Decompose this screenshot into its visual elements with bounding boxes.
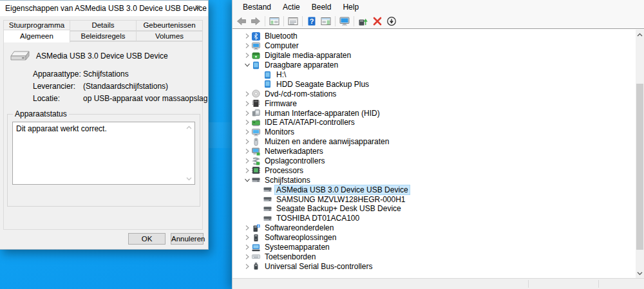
tree-item-human-interface-apparaten-hid[interactable]: Human Interface-apparaten (HID)	[232, 108, 636, 118]
scroll-up-icon[interactable]	[636, 30, 644, 39]
tree-item-ide-ata-atapi-controllers[interactable]: IDE ATA/ATAPI-controllers	[232, 118, 636, 127]
tree-item-h[interactable]: H:\	[232, 70, 636, 80]
chevron-right-icon[interactable]	[242, 99, 252, 107]
tree-item-label[interactable]: Firmware	[263, 99, 298, 108]
chevron-right-icon[interactable]	[242, 118, 252, 127]
chevron-right-icon[interactable]	[242, 224, 252, 232]
tree-item-label[interactable]: Dvd-/cd-rom-stations	[263, 89, 337, 98]
menu-actie[interactable]: Actie	[277, 1, 306, 14]
tree-item-label[interactable]: Opslagcontrollers	[263, 156, 326, 165]
tree-item-label[interactable]: Toetsenborden	[263, 252, 317, 261]
scroll-up-icon[interactable]	[184, 124, 193, 131]
annuleren-button[interactable]: Annuleren	[171, 233, 204, 245]
menu-beeld[interactable]: Beeld	[306, 1, 337, 14]
tree-item-hdd-seagate-backup-plus[interactable]: HDD Seagate Backup Plus	[232, 79, 636, 89]
tree-item-label-selected[interactable]: ASMedia USB 3.0 Device USB Device	[275, 185, 410, 194]
tree-item-label[interactable]: Digitale media-apparaten	[263, 51, 352, 60]
chevron-right-icon[interactable]	[242, 109, 252, 117]
chevron-down-icon[interactable]	[242, 176, 252, 184]
tree-item-label[interactable]: Schijfstations	[263, 176, 312, 185]
tree-item-schijfstations[interactable]: Schijfstations	[232, 175, 636, 185]
tree-item-label[interactable]: Universal Serial Bus-controllers	[263, 262, 374, 271]
tree-item-label[interactable]: Netwerkadapters	[263, 147, 325, 156]
tree-item-label[interactable]: IDE ATA/ATAPI-controllers	[263, 118, 356, 127]
tree-item-label[interactable]: Bluetooth	[263, 32, 299, 41]
tree-item-monitors[interactable]: Monitors	[232, 127, 636, 137]
tree-item-seagate-backup-desk-usb-device[interactable]: Seagate Backup+ Desk USB Device	[232, 204, 636, 214]
tree-scrollbar[interactable]	[636, 30, 644, 278]
tree-item-processors[interactable]: Processors	[232, 165, 636, 175]
tree-item-label[interactable]: Softwareonderdelen	[263, 223, 335, 232]
action-pane-icon[interactable]	[319, 15, 333, 28]
tree-item-systeemapparaten[interactable]: Systeemapparaten	[232, 243, 636, 252]
tree-item-label[interactable]: Monitors	[263, 127, 296, 136]
tree-item-digitale-media-apparaten[interactable]: Digitale media-apparaten	[232, 51, 636, 61]
tree-item-toshiba-dt01aca100[interactable]: TOSHIBA DT01ACA100	[232, 214, 636, 223]
menu-bestand[interactable]: Bestand	[237, 1, 277, 14]
chevron-right-icon[interactable]	[242, 252, 252, 261]
tree-item-label[interactable]: Systeemapparaten	[263, 243, 331, 252]
tree-item-netwerkadapters[interactable]: Netwerkadapters	[232, 147, 636, 156]
chevron-right-icon[interactable]	[242, 51, 252, 60]
tree-item-dvd-cd-rom-stations[interactable]: Dvd-/cd-rom-stations	[232, 89, 636, 98]
chevron-right-icon[interactable]	[242, 262, 252, 270]
chevron-right-icon[interactable]	[242, 166, 252, 174]
chevron-right-icon[interactable]	[242, 147, 252, 156]
scan-hardware-changes-icon[interactable]	[337, 15, 352, 28]
tree-item-samsung-mzvlw128hegr-000h1[interactable]: SAMSUNG MZVLW128HEGR-000H1	[232, 194, 636, 204]
tab-details[interactable]: Details	[70, 20, 137, 31]
show-console-tree-icon[interactable]	[267, 15, 281, 28]
chevron-right-icon[interactable]	[242, 157, 252, 165]
chevron-right-icon[interactable]	[242, 243, 252, 252]
tree-item-label[interactable]: Processors	[263, 166, 305, 175]
tree-item-bluetooth[interactable]: Bluetooth	[232, 32, 636, 41]
tree-item-label[interactable]: Computer	[263, 41, 300, 50]
tree-item-computer[interactable]: Computer	[232, 41, 636, 51]
tree-item-label[interactable]: Muizen en andere aanwijsapparaten	[263, 137, 390, 146]
disable-device-icon[interactable]	[384, 15, 399, 28]
tree-item-asmedia-usb-3-0-device-usb-device[interactable]: ASMedia USB 3.0 Device USB Device	[232, 185, 636, 194]
chevron-right-icon[interactable]	[242, 234, 252, 242]
tab-gebeurtenissen[interactable]: Gebeurtenissen	[136, 20, 203, 31]
tree-item-toetsenborden[interactable]: Toetsenborden	[232, 252, 636, 261]
tree-item-universal-serial-bus-controllers[interactable]: Universal Serial Bus-controllers	[232, 261, 636, 271]
tree-item-softwareoplossingen[interactable]: Softwareoplossingen	[232, 233, 636, 243]
tree-item-muizen-en-andere-aanwijsapparaten[interactable]: Muizen en andere aanwijsapparaten	[232, 137, 636, 147]
chevron-right-icon[interactable]	[242, 138, 252, 146]
tree-item-softwareonderdelen[interactable]: Softwareonderdelen	[232, 223, 636, 233]
properties-icon[interactable]	[286, 15, 300, 28]
forward-icon[interactable]	[249, 15, 263, 28]
ok-button[interactable]: OK	[128, 233, 166, 245]
chevron-right-icon[interactable]	[242, 128, 252, 136]
scroll-down-icon[interactable]	[184, 175, 193, 183]
tab-algemeen[interactable]: Algemeen	[3, 30, 70, 42]
menu-help[interactable]: Help	[337, 1, 365, 14]
chevron-right-icon[interactable]	[242, 89, 252, 98]
uninstall-device-icon[interactable]	[370, 15, 384, 28]
tree-item-opslagcontrollers[interactable]: Opslagcontrollers	[232, 156, 636, 166]
scrollbar-thumb[interactable]	[636, 84, 643, 250]
tab-beleidsregels[interactable]: Beleidsregels	[70, 31, 137, 41]
disk-icon	[263, 214, 272, 223]
tree-item-draagbare-apparaten[interactable]: Draagbare apparaten	[232, 61, 636, 70]
dialog-title: Eigenschappen van ASMedia USB 3.0 Device…	[5, 4, 207, 13]
tab-volumes[interactable]: Volumes	[136, 31, 203, 41]
tree-item-label[interactable]: SAMSUNG MZVLW128HEGR-000H1	[275, 195, 407, 204]
back-icon[interactable]	[234, 15, 249, 28]
tree-item-label[interactable]: TOSHIBA DT01ACA100	[275, 214, 361, 223]
update-driver-icon[interactable]	[356, 15, 370, 28]
help-icon[interactable]: ?	[305, 15, 319, 28]
tree-item-label[interactable]: H:\	[275, 70, 287, 79]
chevron-down-icon[interactable]	[242, 61, 252, 70]
chevron-right-icon[interactable]	[242, 42, 252, 50]
dialog-titlebar[interactable]: Eigenschappen van ASMedia USB 3.0 Device…	[0, 1, 208, 16]
scroll-down-icon[interactable]	[636, 268, 644, 278]
chevron-right-icon[interactable]	[242, 32, 252, 41]
close-icon[interactable]: ✕	[191, 2, 204, 14]
tree-item-label[interactable]: Draagbare apparaten	[263, 61, 339, 70]
tree-item-firmware[interactable]: Firmware	[232, 98, 636, 108]
tree-item-label[interactable]: Seagate Backup+ Desk USB Device	[275, 204, 402, 213]
tree-item-label[interactable]: Human Interface-apparaten (HID)	[263, 109, 381, 118]
tree-item-label[interactable]: Softwareoplossingen	[263, 233, 337, 242]
tree-item-label[interactable]: HDD Seagate Backup Plus	[275, 80, 370, 89]
